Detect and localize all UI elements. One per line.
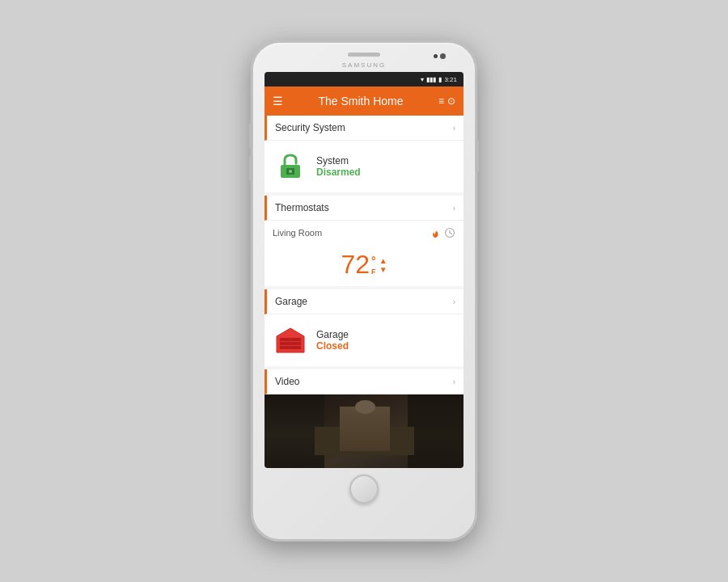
- security-chevron-icon: ›: [453, 124, 455, 133]
- security-title: Security System: [275, 122, 345, 133]
- temp-degree: °: [371, 255, 376, 268]
- thermostats-chevron-icon: ›: [453, 204, 455, 213]
- garage-door-icon: [275, 327, 306, 354]
- garage-status: Garage Closed: [316, 329, 349, 352]
- signal-icon: ▮▮▮: [426, 76, 436, 83]
- thermostats-section: Thermostats › Living Room: [265, 196, 463, 286]
- garage-status-value: Closed: [316, 340, 349, 352]
- list-icon[interactable]: ≡: [438, 95, 444, 107]
- svg-point-2: [289, 170, 292, 173]
- thermostat-body: Living Room: [265, 221, 463, 286]
- head-silhouette: [355, 400, 375, 414]
- garage-chevron-icon: ›: [453, 297, 455, 306]
- status-icons: ▾ ▮▮▮ ▮ 3:21: [421, 76, 457, 83]
- flame-icon[interactable]: [430, 227, 441, 238]
- status-bar: ▾ ▮▮▮ ▮ 3:21: [265, 72, 463, 86]
- garage-icon-container: [273, 323, 308, 358]
- phone-sensor: [434, 54, 438, 58]
- video-chevron-icon: ›: [453, 377, 455, 386]
- phone-speaker: [348, 53, 380, 57]
- garage-status-label: Garage: [316, 329, 349, 340]
- security-body: System Disarmed: [265, 141, 463, 192]
- security-section-header[interactable]: Security System ›: [265, 116, 463, 141]
- volume-down-button[interactable]: [249, 156, 252, 180]
- brand-label: SAMSUNG: [342, 61, 386, 69]
- video-section-header[interactable]: Video ›: [265, 369, 463, 394]
- phone-top-bar: [260, 53, 468, 57]
- temp-f: F: [371, 268, 376, 276]
- video-title: Video: [275, 376, 299, 387]
- phone-screen: ▾ ▮▮▮ ▮ 3:21 ☰ The Smith Home ≡ ⊙ Securi…: [265, 72, 463, 468]
- clock-icon[interactable]: ⊙: [447, 95, 455, 107]
- phone-bottom: [349, 474, 379, 504]
- security-status-value: Disarmed: [316, 167, 361, 178]
- garage-section: Garage ›: [265, 289, 463, 366]
- front-camera: [440, 53, 446, 59]
- lock-icon: [276, 152, 305, 181]
- svg-line-5: [450, 233, 452, 234]
- menu-icon[interactable]: ☰: [273, 95, 283, 108]
- video-section: Video ›: [265, 369, 463, 468]
- phone-device: SAMSUNG ▾ ▮▮▮ ▮ 3:21 ☰ The Smith Home ≡ …: [251, 40, 477, 542]
- header-right-icons: ≡ ⊙: [438, 95, 455, 107]
- time-display: 3:21: [444, 76, 457, 83]
- battery-icon: ▮: [438, 76, 442, 83]
- person-silhouette: [340, 407, 390, 451]
- room-name: Living Room: [273, 228, 322, 238]
- lock-icon-container: [273, 149, 308, 184]
- app-title: The Smith Home: [318, 95, 403, 108]
- thermostats-section-header[interactable]: Thermostats ›: [265, 196, 463, 221]
- security-status-label: System: [316, 155, 361, 167]
- thermostats-title: Thermostats: [275, 202, 329, 213]
- video-thumbnail: powered by ∧ ALARM.COM: [265, 394, 463, 468]
- app-content: Security System ›: [265, 116, 463, 468]
- power-button[interactable]: [476, 140, 479, 172]
- security-section: Security System ›: [265, 116, 463, 192]
- temp-value: 72: [341, 250, 370, 280]
- temp-down-arrow[interactable]: ▼: [379, 265, 387, 274]
- temp-up-arrow[interactable]: ▲: [379, 256, 387, 265]
- temp-unit: ° F: [371, 255, 376, 276]
- video-body[interactable]: powered by ∧ ALARM.COM: [265, 394, 463, 468]
- volume-up-button[interactable]: [249, 124, 252, 148]
- garage-section-header[interactable]: Garage ›: [265, 289, 463, 314]
- wifi-icon: ▾: [421, 76, 424, 83]
- powered-by-label: powered by ∧ ALARM.COM: [329, 467, 398, 468]
- app-header: ☰ The Smith Home ≡ ⊙: [265, 86, 463, 116]
- shelf-right: [408, 394, 463, 468]
- thermostat-icons: [430, 227, 455, 238]
- security-status: System Disarmed: [316, 155, 361, 178]
- temp-arrows[interactable]: ▲ ▼: [379, 256, 387, 274]
- schedule-icon[interactable]: [444, 227, 455, 238]
- home-button[interactable]: [349, 474, 379, 504]
- temperature-display: 72 ° F ▲ ▼: [337, 250, 390, 280]
- garage-body: Garage Closed: [265, 314, 463, 366]
- garage-title: Garage: [275, 296, 307, 307]
- thermostat-top-row: Living Room: [273, 227, 455, 238]
